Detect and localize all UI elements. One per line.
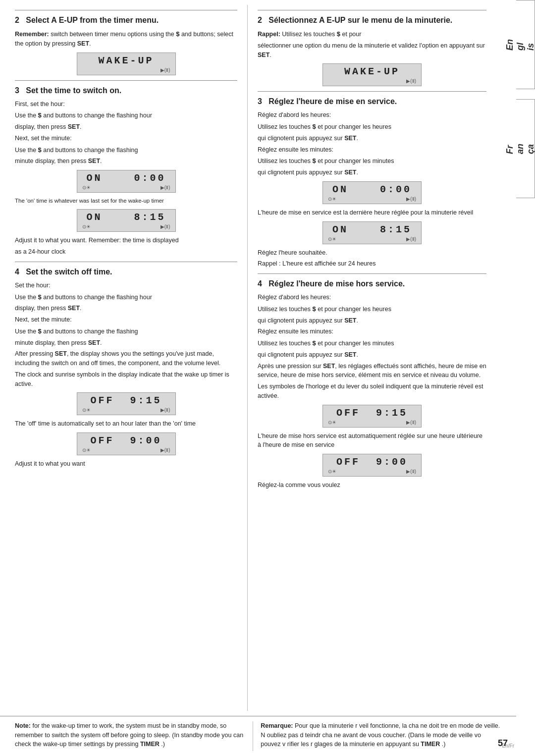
vertical-tabs: English Français: [516, 0, 535, 756]
display-s4-1: display, then press SET.: [15, 304, 237, 313]
lcd-icon-left-5: ⊙☀: [82, 447, 91, 453]
remarque-text: Remarque: Pour que la minuterie r veil f…: [261, 721, 501, 749]
right-s4-symboles: Les symboles de l'horloge et du lever du…: [258, 382, 486, 401]
remember-label: Remember:: [15, 31, 49, 38]
set-r3-1: SET: [344, 135, 356, 142]
dollar-s4-2: $: [38, 327, 42, 335]
left-s2-title-text: Select A E-UP from the timer menu.: [26, 16, 159, 24]
set-r2: SET: [258, 52, 269, 58]
pour-r4-2: pour changer les minutes: [324, 340, 394, 347]
lcd-off-915-icons: ⊙☀ ▶(Ⅱ): [82, 407, 170, 413]
right-s4-heure-hors: L'heure de mise hors service est automat…: [258, 432, 486, 450]
set-s4-2: SET: [88, 339, 100, 346]
buttons-min: buttons to change the flashing: [55, 147, 138, 154]
lcd-off-900-icons: ⊙☀ ▶(Ⅱ): [82, 447, 170, 453]
right-s2-number: 2: [258, 16, 262, 24]
timer-label-right: TIMER: [421, 741, 440, 748]
right-s4-apres: Après une pression sur SET, les réglages…: [258, 362, 486, 380]
right-s3-ensuite: Réglez ensuite les minutes:: [258, 145, 486, 155]
lcd-icon-right-r2: ▶(Ⅱ): [406, 196, 416, 202]
dollar-r4-1: $: [312, 305, 316, 313]
after-pressing-s4: After pressing SET, the display shows yo…: [15, 349, 237, 368]
left-s3-title-text: Set the time to switch on.: [26, 86, 121, 95]
lcd-icon-right-r4: ▶(Ⅱ): [406, 420, 416, 425]
left-s3-number: 3: [15, 86, 19, 95]
lcd-off-915-text: OFF 9:15: [90, 395, 161, 406]
right-s3-number: 3: [258, 97, 262, 106]
lang-label: En/Fr: [502, 743, 514, 749]
set-s3-2: SET: [88, 158, 100, 164]
lcd-wakeup-text: WAKE-UP: [98, 55, 154, 66]
left-s4-number: 4: [15, 268, 19, 276]
note-end-right: .): [442, 741, 446, 748]
dollar-r3-1: $: [312, 123, 316, 130]
pour-r3-1: pour changer les heures: [324, 123, 391, 130]
lcd-icon-right-r3: ▶(Ⅱ): [406, 236, 416, 242]
lcd-off-900-right-icons: ⊙☀ ▶(Ⅱ): [328, 469, 416, 474]
lcd-wakeup-right-text: WAKE-UP: [344, 66, 400, 77]
dollar-s3-1: $: [38, 111, 42, 119]
right-s2-select: sélectionner une option du menu de la mi…: [258, 41, 486, 60]
remarque-label: Remarque:: [261, 722, 293, 729]
right-s3-reglez-souhaitee: Réglez l'heure souhaitée.: [258, 248, 486, 258]
and-text: and: [181, 31, 193, 38]
left-section3-title: 3 Set the time to switch on.: [15, 85, 237, 97]
tab-english[interactable]: English: [516, 0, 535, 89]
remarque-body: Pour que la minuterie r veil fonctionne,…: [261, 722, 500, 748]
right-s3-clignotent2: qui clignotent puis appuyez sur SET.: [258, 168, 486, 177]
off-note: The 'off' time is automatically set to a…: [15, 419, 237, 429]
right-s2-title-text: Sélectionnez A E-UP sur le menu de la mi…: [268, 16, 452, 24]
lcd-icon-left-r2: ⊙☀: [328, 196, 336, 202]
set-r4-3: SET: [323, 363, 335, 370]
lcd-on-815-icons: ⊙☀ ▶(Ⅱ): [82, 224, 170, 229]
lcd-icon-right-r1: ▶(Ⅱ): [406, 78, 416, 84]
left-section2-title: 2 Select A E-UP from the timer menu.: [15, 14, 237, 26]
right-s2-rappel: Rappel: Utilisez les touches $ et pour: [258, 29, 486, 39]
et-r2: et: [342, 31, 349, 38]
display-set-1: display, then press SET.: [15, 122, 237, 132]
lcd-icon-right-5: ▶(Ⅱ): [160, 447, 170, 453]
use-dollar-s4-2: Use the $ and buttons to change the flas…: [15, 326, 237, 336]
right-s4-title-text: Réglez l'heure de mise hors service.: [268, 279, 405, 288]
right-s3-rappel-24: Rappel : L'heure est affichée sur 24 heu…: [258, 259, 486, 269]
note-label: Note:: [15, 722, 31, 729]
set-label-1: SET: [77, 40, 89, 47]
left-section4-title: 4 Set the switch off time.: [15, 266, 237, 278]
pour-r3-2: pour changer les minutes: [324, 158, 394, 164]
right-s3-abord: Réglez d'abord les heures:: [258, 110, 486, 120]
lcd-wakeup-left: WAKE-UP ▶(Ⅱ): [77, 53, 176, 75]
lcd-icon-right-2: ▶(Ⅱ): [160, 185, 170, 190]
btns-s4-1: buttons to change the flashing hour: [55, 294, 152, 301]
first-set-hour: First, set the hour:: [15, 100, 237, 109]
right-column: 2 Sélectionnez A E-UP sur le menu de la …: [248, 5, 496, 711]
lcd-off-915: OFF 9:15 ⊙☀ ▶(Ⅱ): [77, 392, 176, 415]
adjust-s4: Adjust it to what you want: [15, 459, 237, 469]
note-body: for the wake-up timer to work, the syste…: [15, 722, 243, 748]
lcd-on-815-text: ON 8:15: [86, 212, 165, 223]
lcd-on-815-right-icons: ⊙☀ ▶(Ⅱ): [328, 236, 416, 242]
dollar-s3-2: $: [38, 146, 42, 154]
left-s2-remember: Remember: switch between timer menu opti…: [15, 29, 237, 49]
min-display-s4: minute display, then press SET.: [15, 338, 237, 348]
right-s3-utilisez2: Utilisez les touches $ et pour changer l…: [258, 156, 486, 166]
lcd-icon-left-2: ⊙☀: [82, 185, 91, 190]
rappel-text: Utilisez les touches: [282, 31, 336, 38]
left-section-2: 2 Select A E-UP from the timer menu. Rem…: [15, 10, 237, 75]
right-section-2: 2 Sélectionnez A E-UP sur le menu de la …: [258, 10, 486, 86]
lcd-on-000-text: ON 0:00: [86, 172, 165, 184]
note-text: Note: for the wake-up timer to work, the…: [15, 721, 245, 749]
lcd-on-815-right-text: ON 8:15: [332, 224, 412, 235]
use-dollar-s4-1: Use the $ and buttons to change the flas…: [15, 292, 237, 302]
lcd-on-000-right-icons: ⊙☀ ▶(Ⅱ): [328, 196, 416, 202]
left-section-3: 3 Set the time to switch on. First, set …: [15, 80, 237, 257]
left-s4-title-text: Set the switch off time.: [26, 268, 112, 276]
columns: 2 Select A E-UP from the timer menu. Rem…: [0, 0, 516, 716]
tab-francais[interactable]: Français: [516, 99, 535, 198]
right-section4-title: 4 Réglez l'heure de mise hors service.: [258, 278, 486, 290]
lcd-off-900-right-text: OFF 9:00: [336, 456, 408, 468]
clock-note-3: as a 24-hour clock: [15, 247, 237, 257]
clock-sunrise: The clock and sunrise symbols in the dis…: [15, 370, 237, 389]
on-time-note: The 'on' time is whatever was last set f…: [15, 197, 237, 205]
right-s3-clignotent1: qui clignotent puis appuyez sur SET.: [258, 134, 486, 143]
lcd-icon-left-r5: ⊙☀: [328, 469, 336, 474]
